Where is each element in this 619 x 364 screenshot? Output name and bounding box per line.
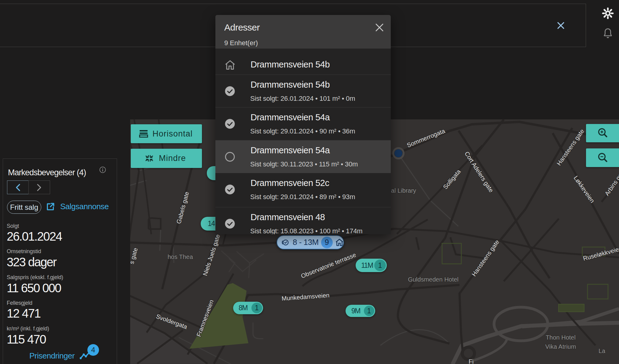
svg-text:Guldsmeden Hotel: Guldsmeden Hotel [408,276,459,283]
svg-text:al Library: al Library [391,187,416,194]
svg-text:Munkedamsveien: Munkedamsveien [281,292,330,302]
svg-text:Gabels gate: Gabels gate [175,191,190,224]
svg-text:hos Thea: hos Thea [167,253,193,260]
svg-text:Hansteens gate: Hansteens gate [471,238,500,277]
svg-text:Ruseløkkveien: Ruseløkkveien [582,245,619,262]
svg-text:Observatorie terrasse: Observatorie terrasse [300,251,357,279]
svg-text:Sommerrogata: Sommerrogata [406,127,446,149]
svg-text:Arbins gate: Arbins gate [603,168,619,197]
svg-text:La: La [599,348,606,354]
svg-text:Niels Juels gate: Niels Juels gate [202,233,222,276]
svg-text:Solligata: Solligata [442,168,462,191]
svg-text:Vika Atrium: Vika Atrium [545,343,576,350]
svg-text:Løkkeveien: Løkkeveien [573,175,596,204]
svg-text:Thon Hotel: Thon Hotel [546,334,576,341]
svg-text:s gate: s gate [130,247,139,265]
svg-text:Fi: Fi [469,358,474,364]
